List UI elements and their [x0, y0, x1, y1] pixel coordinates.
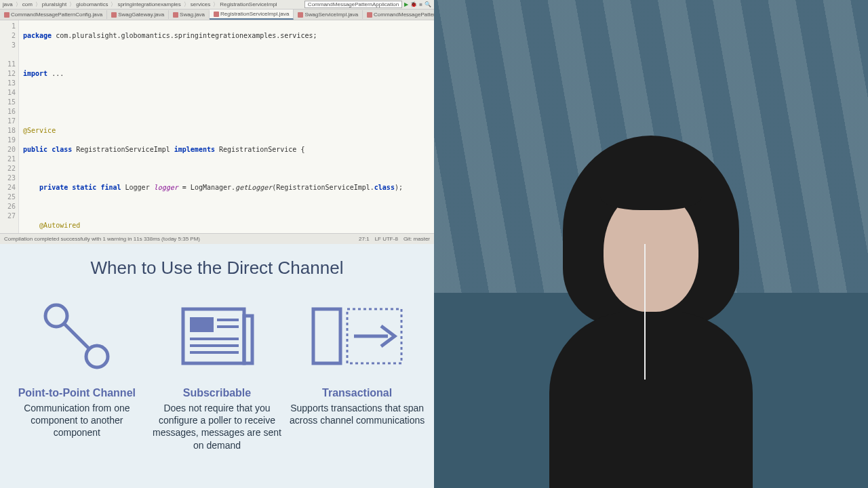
- tab-file[interactable]: CommandMessagePatternConfig.java: [0, 10, 107, 19]
- java-icon: [298, 12, 303, 18]
- compile-status: Compilation completed successfully with …: [4, 236, 200, 242]
- point-to-point-icon: [9, 292, 144, 380]
- editor-tabs: CommandMessagePatternConfig.java SwagGat…: [0, 9, 434, 20]
- java-icon: [214, 12, 219, 17]
- channel-desc: Does not require that you configure a po…: [149, 402, 285, 451]
- channel-title: Transactional: [290, 387, 425, 399]
- java-icon: [173, 12, 178, 18]
- svg-point-1: [86, 346, 108, 367]
- channel-subscribable: Subscribable Does not require that you c…: [149, 292, 285, 451]
- breadcrumb-item[interactable]: RegistrationServiceImpl: [220, 1, 277, 7]
- debug-icon[interactable]: 🐞: [410, 1, 417, 7]
- svg-rect-4: [244, 316, 252, 363]
- run-icon[interactable]: ▶: [404, 1, 408, 7]
- channel-desc: Communication from one component to anot…: [9, 402, 144, 439]
- git-branch[interactable]: Git: master: [403, 236, 430, 242]
- cursor-position[interactable]: 27:1: [359, 236, 370, 242]
- run-config-dropdown[interactable]: CommandMessagePatternApplication: [304, 1, 402, 8]
- svg-line-2: [64, 324, 89, 348]
- transaction-icon: [290, 292, 425, 380]
- channel-point-to-point: Point-to-Point Channel Communication fro…: [9, 292, 144, 451]
- ide-editor: java〉 com〉 pluralsight〉 globomantics〉 sp…: [0, 0, 434, 244]
- breadcrumb-item[interactable]: com: [22, 1, 33, 7]
- tab-file[interactable]: RegistrationServiceImpl.java: [210, 9, 294, 20]
- tab-file[interactable]: SwagServiceImpl.java: [294, 10, 363, 19]
- java-icon: [4, 12, 9, 18]
- channel-desc: Supports transactions that span across c…: [290, 402, 425, 426]
- encoding[interactable]: LF UTF-8: [375, 236, 398, 242]
- tab-file[interactable]: SwagGateway.java: [107, 10, 169, 19]
- breadcrumb-item[interactable]: java: [3, 1, 13, 7]
- breadcrumb-item[interactable]: globomantics: [76, 1, 108, 7]
- svg-rect-5: [190, 317, 214, 332]
- breadcrumb-item[interactable]: pluralsight: [42, 1, 66, 7]
- svg-rect-11: [313, 309, 340, 363]
- stop-icon[interactable]: ■: [419, 1, 422, 7]
- status-bar: Compilation completed successfully with …: [0, 233, 434, 244]
- code-content[interactable]: package com.pluralsight.globomantics.spr…: [19, 20, 434, 233]
- slide-title: When to Use the Direct Channel: [7, 258, 427, 279]
- breadcrumb-item[interactable]: services: [191, 1, 210, 7]
- channel-title: Point-to-Point Channel: [9, 387, 144, 399]
- line-gutter: 1231112131415161718192021222324252627: [0, 20, 19, 233]
- code-editor[interactable]: 1231112131415161718192021222324252627 pa…: [0, 20, 434, 233]
- newspaper-icon: [149, 292, 285, 380]
- tab-file[interactable]: Swag.java: [169, 10, 210, 19]
- person-photo: [481, 81, 821, 488]
- svg-point-0: [45, 305, 67, 327]
- breadcrumb[interactable]: java〉 com〉 pluralsight〉 globomantics〉 sp…: [0, 0, 434, 9]
- photo-panel: [434, 0, 868, 488]
- channel-transactional: Transactional Supports transactions that…: [290, 292, 425, 451]
- java-icon: [367, 12, 372, 18]
- java-icon: [111, 12, 117, 18]
- channel-title: Subscribable: [149, 387, 285, 399]
- slide-content: When to Use the Direct Channel Point-to-…: [0, 244, 434, 488]
- search-icon[interactable]: 🔍: [425, 1, 431, 7]
- breadcrumb-item[interactable]: springintegrationexamples: [117, 1, 180, 7]
